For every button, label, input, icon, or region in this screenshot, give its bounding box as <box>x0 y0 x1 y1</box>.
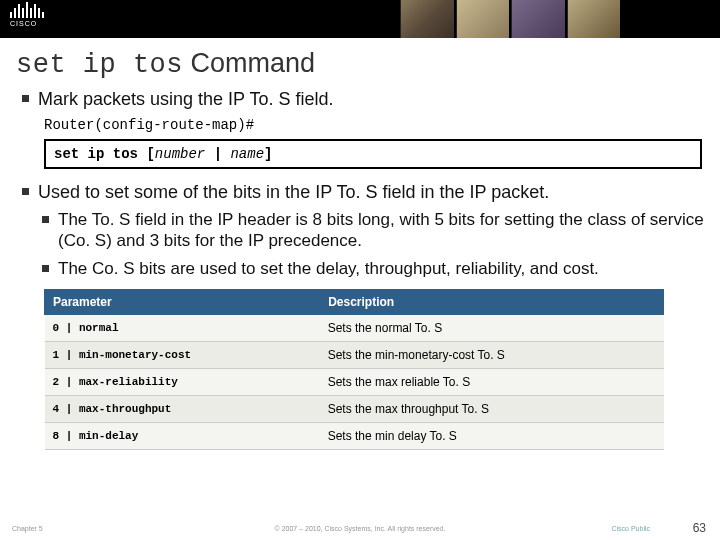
table-cell-param: 2 | max-reliability <box>45 368 320 395</box>
table-cell-param: 8 | min-delay <box>45 422 320 449</box>
title-command: set ip tos <box>16 50 183 80</box>
table-cell-desc: Sets the max reliable To. S <box>320 368 664 395</box>
bullet-item: Mark packets using the IP To. S field. <box>22 88 710 111</box>
table-cell-desc: Sets the max throughput To. S <box>320 395 664 422</box>
syntax-arg: number <box>155 146 205 162</box>
table-cell-desc: Sets the min-monetary-cost To. S <box>320 341 664 368</box>
footer-page-number: 63 <box>693 521 706 535</box>
header-photo <box>511 0 565 38</box>
table-row: 2 | max-reliability Sets the max reliabl… <box>45 368 664 395</box>
table-header-parameter: Parameter <box>45 289 320 314</box>
bullet-item: Used to set some of the bits in the IP T… <box>22 181 710 204</box>
table-cell-param: 1 | min-monetary-cost <box>45 341 320 368</box>
table-cell-param: 0 | normal <box>45 314 320 341</box>
syntax-pipe: | <box>205 146 230 162</box>
syntax-box: set ip tos [number | name] <box>44 139 702 169</box>
syntax-bracket: [ <box>146 146 154 162</box>
cisco-bars-icon <box>10 2 44 18</box>
bullet-list: Mark packets using the IP To. S field. <box>22 88 710 111</box>
table-row: 8 | min-delay Sets the min delay To. S <box>45 422 664 449</box>
router-prompt: Router(config-route-map)# <box>44 117 710 133</box>
top-bar: CISCO <box>0 0 720 38</box>
footer-copyright: © 2007 – 2010, Cisco Systems, Inc. All r… <box>275 525 446 532</box>
footer-chapter: Chapter 5 <box>12 525 43 532</box>
header-photo <box>456 0 510 38</box>
footer-public: Cisco Public <box>611 525 650 532</box>
syntax-cmd: set ip tos <box>54 146 146 162</box>
table-cell-desc: Sets the normal To. S <box>320 314 664 341</box>
footer: Chapter 5 © 2007 – 2010, Cisco Systems, … <box>0 520 720 536</box>
syntax-arg: name <box>230 146 264 162</box>
cisco-logo: CISCO <box>10 2 44 27</box>
table-row: 0 | normal Sets the normal To. S <box>45 314 664 341</box>
table-cell-desc: Sets the min delay To. S <box>320 422 664 449</box>
table-header-description: Description <box>320 289 664 314</box>
header-photo <box>400 0 454 38</box>
cisco-logo-text: CISCO <box>10 20 44 27</box>
syntax-bracket: ] <box>264 146 272 162</box>
bullet-list: Used to set some of the bits in the IP T… <box>22 181 710 204</box>
table-row: 4 | max-throughput Sets the max throughp… <box>45 395 664 422</box>
table-cell-param: 4 | max-throughput <box>45 395 320 422</box>
bullet-subitem: The To. S field in the IP header is 8 bi… <box>42 209 710 252</box>
bullet-subitem: The Co. S bits are used to set the delay… <box>42 258 710 279</box>
bullet-sublist: The To. S field in the IP header is 8 bi… <box>42 209 710 279</box>
slide-content: Mark packets using the IP To. S field. R… <box>0 88 720 450</box>
table-row: 1 | min-monetary-cost Sets the min-monet… <box>45 341 664 368</box>
slide-title: set ip tos Command <box>16 48 704 80</box>
header-photo-strip <box>400 0 620 38</box>
header-photo <box>567 0 621 38</box>
parameter-table: Parameter Description 0 | normal Sets th… <box>44 289 664 450</box>
title-suffix: Command <box>183 48 315 78</box>
